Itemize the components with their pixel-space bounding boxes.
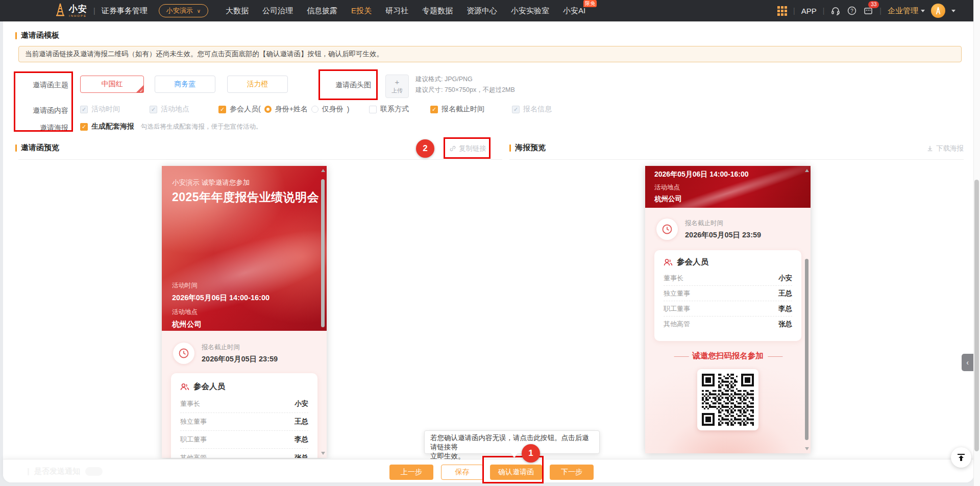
copy-link-button[interactable]: 复制链接 (449, 144, 486, 153)
brand-logo[interactable]: 小安 INHOPE (55, 3, 87, 18)
theme-label: 邀请函主题 (19, 81, 68, 90)
menu-item-study[interactable]: 研习社 (385, 6, 408, 16)
checkbox-icon: ✓ (80, 106, 88, 113)
collapse-panel-tab[interactable]: ‹ (962, 354, 973, 371)
scroll-down-arrow[interactable] (805, 447, 809, 450)
logo-text: 小安 INHOPE (69, 5, 87, 17)
checkbox-contact[interactable]: 联系方式 (369, 105, 409, 114)
headset-icon[interactable] (830, 6, 841, 16)
confirm-invitation-button[interactable]: 确认邀请函 (490, 465, 542, 480)
scroll-down-arrow[interactable] (321, 452, 325, 455)
menu-item-ai-label: 小安AI (563, 6, 585, 15)
theme-option-business-blue[interactable]: 商务蓝 (155, 76, 215, 93)
header-image-label: 邀请函头图 (327, 81, 371, 90)
deadline-label: 报名截止时间 (685, 219, 761, 228)
download-icon (926, 145, 934, 152)
people-icon (180, 383, 189, 391)
derrick-logo-icon (55, 3, 65, 18)
theme-option-label: 活力橙 (247, 80, 268, 89)
radio-identity-only[interactable] (311, 106, 318, 113)
checkbox-generate-poster[interactable]: ✓ 生成配套海报 勾选后将生成配套海报，便于您宣传活动。 (80, 122, 262, 131)
event-time: 活动时间 2026年05月06日 14:00-16:00 (172, 281, 270, 303)
accent-bar (15, 144, 17, 152)
poster-time-value: 2026年05月06日 14:00-16:00 (654, 170, 748, 179)
copy-link-label: 复制链接 (459, 144, 486, 153)
separator: | (879, 7, 881, 15)
poster-card-scrollbar[interactable] (804, 168, 810, 451)
checkbox-participants[interactable]: ✓ 参会人员( 身份+姓名 仅身份 ) (218, 105, 350, 114)
environment-select-label: 小安演示 (166, 6, 193, 15)
avatar[interactable] (931, 4, 945, 18)
theme-option-vitality-orange[interactable]: 活力橙 (227, 76, 288, 93)
event-title: 2025年年度报告业绩说明会 (172, 189, 319, 205)
invitation-preview-card[interactable]: 小安演示 诚挚邀请您参加 2025年年度报告业绩说明会 活动时间 2026年05… (162, 166, 327, 458)
poster-hero-top: 2026年05月06日 14:00-16:00 活动地点 杭州公司 (645, 166, 811, 208)
free-trial-badge: 限免 (583, 0, 597, 7)
navbar-right: | APP | ? 33 | 企业管理 (777, 4, 980, 18)
download-poster-button[interactable]: 下载海报 (926, 144, 964, 153)
chevron-down-icon (921, 10, 925, 12)
menu-item-governance[interactable]: 公司治理 (262, 6, 293, 16)
poster-label: 邀请海报 (19, 124, 68, 133)
theme-option-china-red[interactable]: 中国红 (80, 76, 144, 93)
poster-hint: 勾选后将生成配套海报，便于您宣传活动。 (141, 123, 262, 131)
checkbox-deadline[interactable]: ✓ 报名截止时间 (430, 105, 484, 114)
scroll-up-arrow[interactable] (805, 169, 809, 172)
org-manage-menu[interactable]: 企业管理 (888, 6, 925, 16)
menu-item-bigdata[interactable]: 大数据 (226, 6, 249, 16)
svg-text:?: ? (851, 8, 854, 14)
scroll-up-arrow[interactable] (321, 169, 325, 172)
invitation-card-scrollbar[interactable] (320, 168, 326, 456)
save-button[interactable]: 保存 (441, 465, 483, 480)
menu-item-resource-center[interactable]: 资源中心 (467, 6, 497, 16)
poster-preview-card[interactable]: 2026年05月06日 14:00-16:00 活动地点 杭州公司 报名截止时间… (645, 166, 811, 453)
chevron-down-icon: ∨ (197, 8, 201, 14)
link-icon (449, 145, 456, 152)
checkbox-icon[interactable]: ✓ (430, 106, 438, 113)
message-icon[interactable]: 33 (863, 6, 873, 16)
next-step-button[interactable]: 下一步 (550, 465, 594, 480)
separator: | (793, 7, 795, 15)
divider (18, 159, 502, 160)
header-image-upload[interactable]: + 上传 (385, 75, 409, 98)
confirm-tooltip: 若您确认邀请函内容无误，请点击此按钮。点击后邀请链接将 立即生效。 (424, 430, 600, 454)
checkbox-icon[interactable]: ✓ (218, 106, 226, 113)
checkbox-label: 报名截止时间 (442, 105, 484, 114)
menu-item-disclosure[interactable]: 信息披露 (307, 6, 337, 16)
back-to-top-button[interactable] (951, 447, 971, 468)
participant-row: 独立董事王总 (664, 286, 792, 301)
participant-row: 董事长小安 (664, 271, 792, 286)
radio-label: 仅身份 (322, 105, 344, 114)
participants-title: 参会人员 (677, 257, 708, 268)
brand-divider: | (93, 7, 95, 15)
poster-place-value: 杭州公司 (654, 195, 682, 204)
accent-bar (509, 144, 511, 152)
chevron-down-icon[interactable] (951, 10, 955, 12)
faded-section-title: 是否发送通知 (34, 467, 80, 476)
checkbox-label: 活动时间 (91, 105, 120, 114)
upload-format-hint: 建议格式: JPG/PNG (415, 75, 473, 84)
help-icon[interactable]: ? (847, 6, 857, 16)
checkbox-icon[interactable]: ✓ (80, 123, 88, 131)
page-scrollbar-thumb[interactable] (974, 180, 979, 451)
app-link[interactable]: APP (801, 7, 817, 15)
upload-label: 上传 (391, 87, 403, 94)
poster-place-label: 活动地点 (654, 183, 680, 192)
radio-identity-name[interactable] (264, 106, 272, 113)
menu-item-lab[interactable]: 小安实验室 (511, 6, 549, 16)
app-grid-icon[interactable] (777, 6, 787, 16)
scrollbar-thumb[interactable] (321, 179, 325, 327)
menu-item-e-ir[interactable]: E投关 (351, 6, 372, 16)
checkbox-label: 生成配套海报 (91, 122, 134, 131)
tooltip-line2: 立即生效。 (430, 452, 594, 461)
scrollbar-thumb[interactable] (805, 259, 808, 440)
environment-select[interactable]: 小安演示 ∨ (159, 4, 208, 17)
deadline-value: 2026年05月05日 23:59 (685, 230, 761, 240)
checkbox-icon[interactable] (369, 106, 377, 113)
prev-step-button[interactable]: 上一步 (389, 465, 433, 480)
upload-size-hint: 建议尺寸: 750×750px，不超过2MB (415, 86, 515, 94)
menu-item-topic-data[interactable]: 专题数据 (422, 6, 453, 16)
menu-item-ai[interactable]: 小安AI 限免 (563, 6, 585, 16)
radio-label: 身份+姓名 (275, 105, 308, 114)
notify-toggle (85, 467, 103, 476)
